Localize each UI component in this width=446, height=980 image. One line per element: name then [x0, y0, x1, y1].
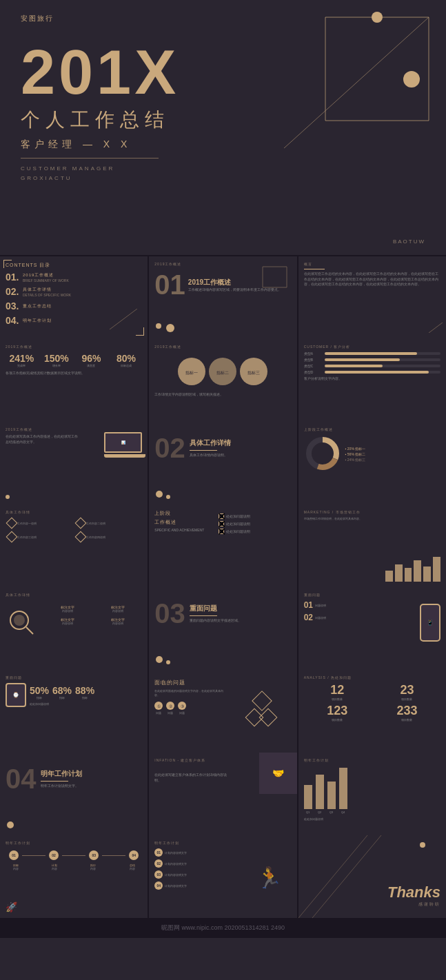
- nextyear-bars-slide: 明年工作计划 Q1 Q2 Q3 Q4 处处加问题说明: [298, 753, 446, 835]
- running-figure: 🏃: [247, 848, 291, 890]
- bar-4: [414, 560, 421, 582]
- ny-bar-1: Q1: [304, 785, 312, 814]
- tl-dot-1: 01: [9, 850, 19, 860]
- hero-year: 201X 个人工作总结 客户经理 — X X CUSTOMER MANAGER …: [21, 41, 179, 184]
- ws-2: 68% 指标: [52, 685, 72, 700]
- svg-marker-5: [263, 267, 287, 287]
- bar-chart: [385, 551, 440, 582]
- steps-visual: 指标一 指标二 指标三: [154, 354, 291, 389]
- sq-4: 标注文字 内容说明: [94, 616, 142, 626]
- ri-1: 01 计划内容说明文字: [154, 848, 243, 857]
- deco-c3: [156, 656, 163, 663]
- donut-area: ▪ 20% 指标一 ▪ 56% 指标二 ▪ 24% 指标三: [304, 435, 440, 473]
- tl-dot-3: 03: [89, 850, 99, 860]
- section4-intro-slide: 04 明年工作计划 明年工作计划说明文字。: [0, 753, 148, 835]
- timeline-labels: 目标 内容 计划 内容 执行 内容 总结 内容: [6, 864, 142, 870]
- stats-slide: 2019工作概述 241% 完成率 150% 增长率 96% 满意度 80% 目…: [0, 339, 148, 422]
- hbar-chart: 类型A 类型B 类型C 类型D: [304, 351, 440, 374]
- running-items: 01 计划内容说明文字 02 计划内容说明文字 03 计划内容说明文字 04 计…: [154, 848, 243, 890]
- slides-row-4: 具体工作详情 工作内容一说明 工作内容二说明 工作内容三说明 工作内容四说明: [0, 504, 446, 587]
- tl-label-4: 总结 内容: [123, 864, 141, 870]
- phone-slide: 重面问题 01 问题说明 02 问题说明 📱: [298, 587, 446, 670]
- sq-1: 标注文字 内容说明: [43, 604, 92, 614]
- pi-2: ② 问题: [166, 702, 174, 715]
- stat-2: 150% 增长率: [41, 353, 73, 368]
- deco-circle-md: [166, 324, 174, 332]
- slides-row-3: 2019工作概述 在此处填写具体工作内容描述，在此处填写工作总结描述内容文字。 …: [0, 422, 446, 504]
- section3-intro-slide: 03 重面问题 重面问题内容说明文字描述区域。: [149, 587, 296, 670]
- check-1: ✕ 处处加问题说明: [219, 513, 291, 519]
- steps-slide: 2019工作概述 指标一 指标二 指标三 工作详情文字内容说明区域，填写相关描述…: [149, 339, 296, 422]
- ws-3: 88% 指标: [75, 685, 94, 700]
- svg-point-3: [403, 71, 420, 88]
- summary-text-slide: 概言 在此填写您工作总结的文本内容，在此处填写您工作总结的文本内容，在此处填写您…: [298, 256, 446, 339]
- stats-row: 241% 完成率 150% 增长率 96% 满意度 80% 目标达成: [6, 353, 142, 368]
- checklist-slide: 上阶段 工作概述 SPECIFIC AND ACHIEVEMENT ✕ 处处加问…: [149, 504, 296, 587]
- quad-icon-3: [6, 531, 18, 543]
- nextyear-chart: Q1 Q2 Q3 Q4: [304, 769, 440, 817]
- running-area: 01 计划内容说明文字 02 计划内容说明文字 03 计划内容说明文字 04 计…: [154, 848, 291, 890]
- contents-item-2: 02. 具体工作详情 DETAILS OF SPECIFIC WORK: [6, 286, 142, 297]
- svg-line-4: [110, 309, 137, 329]
- svg-line-18: [26, 627, 33, 634]
- issue-1: 01 问题说明: [304, 600, 416, 610]
- ny-bar-4: Q4: [339, 768, 347, 814]
- slides-row-1: CONTENTS 目录 01. 2019工作概述 BRIEF SUMMARY O…: [0, 256, 446, 339]
- svg-line-23: [312, 835, 381, 918]
- ri-2: 02 计划内容说明文字: [154, 859, 243, 868]
- slides-row-2: 2019工作概述 241% 完成率 150% 增长率 96% 满意度 80% 目…: [0, 339, 446, 422]
- tl-dot-4: 04: [129, 850, 139, 860]
- problem-icons: ① 问题 ② 问题 ③ 问题: [154, 702, 228, 715]
- tl-label-2: 计划 内容: [45, 864, 63, 870]
- an-3: 123 项目数量: [304, 704, 371, 722]
- quad-2: 工作内容二说明: [74, 517, 142, 529]
- an-2: 23 项目数量: [374, 683, 440, 701]
- svg-line-22: [298, 835, 367, 918]
- slides-row-7: 04 明年工作计划 明年工作计划说明文字。 INFATION - 建立客户体系 …: [0, 753, 446, 835]
- pi-1: ① 问题: [154, 702, 163, 715]
- svg-rect-21: [259, 708, 276, 726]
- pi-3: ③ 问题: [178, 702, 186, 715]
- ri-4: 04 计划内容说明文字: [154, 881, 243, 890]
- hero-slide: 安图旅行 201X 个人工作总结 客户经理 — X X CUSTOMER MAN…: [0, 0, 446, 255]
- hero-en-line1: CUSTOMER MANAGER: [21, 164, 179, 174]
- section2-intro-slide: 02 具体工作详情 具体工作详情内容说明。: [149, 422, 296, 504]
- ri-3: 03 计划内容说明文字: [154, 870, 243, 879]
- icons-grid-slide: 具体工作详情 工作内容一说明 工作内容二说明 工作内容三说明 工作内容四说明: [0, 504, 148, 587]
- section-num-1: 01: [154, 269, 185, 300]
- svg-text:指标三: 指标三: [247, 371, 260, 375]
- thanks-content: Thanks 感谢聆听: [387, 884, 440, 908]
- marketing-slide: MARKETING / 市场营销工作 市场营销工作详情说明，在此处填写具体内容。: [298, 504, 446, 587]
- nextyear-steps-slide: 明年工作计划 01 02 03 04 目标 内容 计划 内容: [0, 835, 148, 918]
- problems-area: 面临的问题 在此处填写面临的问题说明文字内容，在此处填写具体内容。 ① 问题 ②…: [154, 675, 291, 747]
- infation-content: 在此处填写建立客户体系的工作计划详细内容说明。: [154, 773, 230, 783]
- watch-mockup: ⌚: [6, 683, 26, 707]
- donut-val-2: ▪ 56% 指标二: [345, 452, 366, 456]
- svg-marker-0: [325, 17, 429, 121]
- thanks-mini-slide: Thanks 感谢聆听: [298, 835, 446, 918]
- deco-circle-sm: [156, 323, 161, 329]
- timeline: 01 02 03 04: [6, 850, 142, 860]
- deco-c4: [7, 821, 14, 828]
- timeline-area: 01 02 03 04 目标 内容 计划 内容 执行 内容: [6, 850, 142, 870]
- check-2: ✕ 处处加问题说明: [219, 521, 291, 527]
- donut-slide: 上阶段工作概述 ▪ 20% 指标一 ▪ 56% 指标二 ▪ 24% 指标三: [298, 422, 446, 504]
- ny-bar-2: Q2: [316, 775, 324, 814]
- hbar-1: 类型A: [304, 351, 440, 356]
- stat-4: 80% 目标达成: [110, 353, 143, 368]
- svg-text:指标一: 指标一: [185, 371, 198, 375]
- bar-5: [423, 566, 431, 582]
- section-num-2: 02: [154, 434, 185, 462]
- rocket-icon: 🚀: [6, 901, 17, 912]
- deco-c3s: [166, 660, 170, 664]
- divider-line: [304, 269, 325, 269]
- section-num-4: 04: [6, 765, 37, 793]
- analysis-grid: 12 项目数量 23 项目数量 123 项目数量 233 项目数量: [304, 683, 440, 722]
- sq-2: 标注文字 内容说明: [94, 604, 142, 614]
- svg-point-17: [14, 615, 25, 626]
- donut-val-3: ▪ 24% 指标三: [345, 458, 366, 462]
- svg-rect-19: [252, 691, 272, 711]
- hbar-2: 类型B: [304, 358, 440, 362]
- slides-row-5: 具体工作详情 标注文字 内容说明 标注文字 内容说明 标注文字: [0, 587, 446, 670]
- search-content: 标注文字 内容说明 标注文字 内容说明 标注文字 内容说明 标注文字 内容说明: [43, 604, 142, 626]
